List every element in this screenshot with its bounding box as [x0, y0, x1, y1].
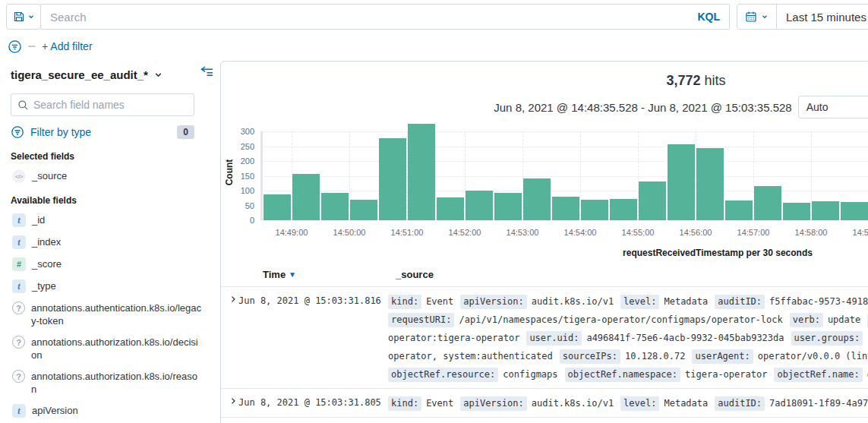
kql-button[interactable]: KQL [697, 11, 720, 23]
index-pattern-title: tigera_secure_ee_audit_* [11, 68, 148, 81]
hits-row: 3,772 hits [221, 73, 868, 89]
field-key-badge: auditID: [715, 396, 765, 411]
histogram-bar[interactable] [466, 191, 493, 220]
x-tick-label: 14:56:00 [670, 228, 721, 237]
field-key-badge: level: [620, 295, 659, 309]
histogram-bar[interactable] [321, 193, 349, 220]
histogram-bar[interactable] [812, 201, 839, 220]
available-fields-heading: Available fields [11, 195, 210, 206]
field-item-apiVersion[interactable]: tapiVersion [11, 404, 210, 418]
y-tick-label: 200 [221, 156, 254, 166]
field-value: Metadata [664, 296, 708, 307]
histogram-bar[interactable] [264, 194, 291, 220]
x-tick-label: 14:59:00 [843, 228, 868, 237]
gridline [263, 161, 868, 162]
y-tick-label: 300 [221, 127, 254, 136]
field-value: a496841f-75e6-4acb-9932-045bab9323da [586, 333, 784, 343]
field-value: audit.k8s.io/v1 [532, 296, 614, 307]
field-value: 10.128.0.72 [625, 351, 685, 361]
table-row: Jun 8, 2021 @ 15:03:31.816kind:EventapiV… [221, 287, 868, 389]
field-item-_score[interactable]: #_score [11, 257, 210, 271]
table-header-row: Time ▼ _source [221, 264, 868, 287]
field-key-badge: kind: [388, 295, 421, 309]
field-item-annotations.authorization.k8s.io/decision[interactable]: ?annotations.authorization.k8s.io/decisi… [11, 336, 210, 361]
histogram-bar[interactable] [610, 199, 637, 220]
field-key-badge: verb: [790, 313, 823, 327]
histogram-bar[interactable] [841, 202, 868, 220]
time-range-button[interactable]: Last 15 minutes [777, 11, 868, 24]
quick-select-button[interactable] [737, 5, 777, 29]
histogram-bar[interactable] [581, 200, 608, 220]
histogram-bar[interactable] [668, 144, 695, 220]
histogram-bar[interactable] [639, 182, 666, 220]
field-search-input[interactable] [33, 99, 188, 111]
field-key-badge: user.uid: [526, 331, 582, 346]
field-key-badge: sourceIPs: [560, 349, 620, 364]
field-name: annotations.authorization.k8s.io/reason [31, 370, 203, 396]
field-key-badge: objectRef.namespace: [565, 368, 681, 382]
time-range-row: Jun 8, 2021 @ 14:48:35.528 - Jun 8, 2021… [221, 96, 868, 118]
field-item-_id[interactable]: t_id [11, 213, 210, 227]
field-item-_index[interactable]: t_index [11, 235, 210, 249]
expand-row-icon[interactable] [221, 292, 238, 304]
query-bar: KQL Last 15 minutes [0, 0, 868, 33]
sort-desc-icon: ▼ [289, 270, 296, 279]
date-picker: Last 15 minutes [737, 4, 868, 30]
histogram-bar[interactable] [350, 200, 377, 220]
interval-select[interactable]: Auto [798, 96, 868, 118]
row-timestamp: Jun 8, 2021 @ 15:03:31.816 [238, 292, 388, 306]
histogram-bar[interactable] [292, 174, 320, 220]
filter-by-type-button[interactable]: Filter by type 0 [11, 125, 194, 139]
field-value: /api/v1/namespaces/tigera-operator/confi… [459, 314, 782, 325]
histogram-chart: Count requestReceivedTimestamp per 30 se… [221, 120, 868, 263]
histogram-bar[interactable] [379, 138, 406, 220]
table-row: Jun 8, 2021 @ 15:03:31.805kind:EventapiV… [221, 389, 868, 418]
field-name: _id [32, 213, 204, 226]
field-value: Event [426, 296, 453, 307]
selected-fields-list: </>_source [11, 169, 210, 183]
field-value: operator, system:authenticated [388, 351, 553, 361]
field-key-badge: apiVersion: [460, 396, 526, 411]
x-tick-label: 14:50:00 [324, 228, 375, 237]
available-fields-list: t_idt_index#_scoret_type?annotations.aut… [11, 213, 210, 423]
filter-count-badge: 0 [177, 125, 194, 139]
field-value: f5ffabac-9573-4918-a [769, 296, 868, 307]
expand-row-icon[interactable] [221, 394, 238, 406]
field-name: annotations.authentication.k8s.io/legacy… [31, 301, 203, 327]
field-item-_source[interactable]: </>_source [11, 169, 210, 183]
field-item-_type[interactable]: t_type [11, 279, 210, 293]
row-source: kind:EventapiVersion:audit.k8s.io/v1leve… [388, 394, 868, 412]
field-value: 7ad18091-1f89-4a97-9 [769, 398, 868, 409]
source-field-icon: </> [12, 169, 26, 183]
hits-label: hits [705, 73, 726, 88]
collapse-sidebar-icon[interactable] [200, 65, 213, 77]
field-item-annotations.authorization.k8s.io/reason[interactable]: ?annotations.authorization.k8s.io/reason [11, 370, 210, 396]
index-pattern-switcher[interactable]: tigera_secure_ee_audit_* [11, 68, 210, 81]
string-field-icon: t [12, 213, 26, 227]
histogram-bar[interactable] [408, 124, 435, 220]
time-column-header[interactable]: Time ▼ [263, 269, 396, 280]
histogram-bar[interactable] [437, 197, 464, 220]
histogram-bar[interactable] [783, 203, 810, 220]
gridline [263, 131, 868, 132]
histogram-bar[interactable] [754, 186, 781, 220]
field-item-annotations.authentication.k8s.io/legacy-token[interactable]: ?annotations.authentication.k8s.io/legac… [11, 301, 210, 327]
source-line: operator, system:authenticatedsourceIPs:… [388, 347, 868, 365]
filter-icon[interactable] [8, 39, 22, 54]
filter-by-type-label: Filter by type [30, 126, 171, 138]
field-value: Metadata [664, 398, 708, 409]
y-tick-label: 50 [221, 201, 254, 210]
histogram-bar[interactable] [552, 197, 579, 220]
field-value: configmaps [503, 369, 557, 380]
save-icon [13, 11, 25, 23]
histogram-bar[interactable] [494, 193, 522, 220]
saved-query-menu-button[interactable] [6, 4, 41, 30]
chevron-down-icon [27, 13, 35, 21]
x-tick-label: 14:57:00 [728, 228, 779, 237]
search-input[interactable] [50, 11, 697, 24]
unknown-field-icon: ? [12, 301, 25, 314]
histogram-bar[interactable] [523, 178, 551, 220]
add-filter-button[interactable]: + Add filter [42, 40, 93, 52]
histogram-bar[interactable] [725, 200, 753, 220]
histogram-bar[interactable] [696, 148, 724, 220]
